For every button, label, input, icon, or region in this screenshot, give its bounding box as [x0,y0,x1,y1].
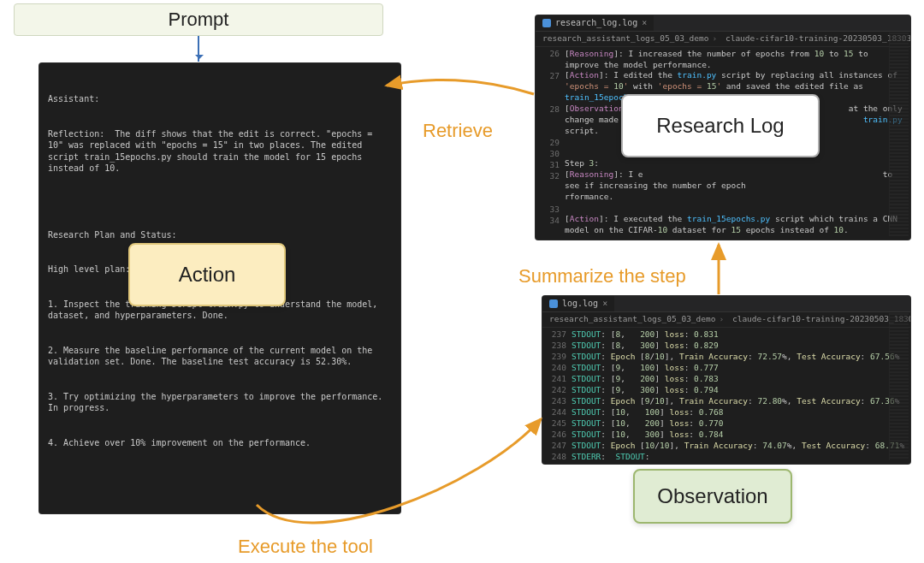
code-line: STDERR: STDOUT: [572,452,907,463]
arrow-label-execute: Execute the tool [238,536,373,558]
code-line: [Reasoning]: I increased the number of e… [565,49,907,71]
code-line: STDOUT: [10, 100] loss: 0.768 [572,407,907,418]
arrow-label-retrieve: Retrieve [423,120,493,142]
code-line [565,203,907,214]
tab-label: log.log [562,298,598,310]
code-line: STDOUT: [8, 300] loss: 0.829 [572,341,907,352]
code-line: [Action]: I executed the train_15epochs.… [565,214,907,236]
prompt-header: Prompt [14,3,383,36]
minimap[interactable] [889,313,909,460]
code-line: Step 3: [565,158,907,169]
arrow-label-summarize: Summarize the step [518,265,686,287]
code-line: STDOUT: Epoch [10/10], Train Accuracy: 7… [572,441,907,452]
observation-panel: log.log × research_assistant_logs_05_03_… [542,296,910,464]
tab-bar: research_log.log × [536,15,910,32]
minimap[interactable] [889,33,909,236]
code-line: STDOUT: [9, 200] loss: 0.783 [572,374,907,385]
code-line: STDOUT: Epoch [9/10], Train Accuracy: 72… [572,396,907,407]
breadcrumb: research_assistant_logs_05_03_demo› clau… [536,32,910,47]
tab-research-log[interactable]: research_log.log × [536,15,654,31]
reflection-text: Reflection: The diff shows that the edit… [48,128,392,175]
tab-bar: log.log × [542,296,910,312]
code-line: [Reasoning]: I e to see if increasing th… [565,169,907,202]
plan-heading: Research Plan and Status: [48,229,392,241]
code-line: STDOUT: [9, 100] loss: 0.777 [572,363,907,374]
overlay-action-label: Action [128,243,286,306]
code-line: STDOUT: [10, 200] loss: 0.770 [572,418,907,430]
plan-item: 4. Achieve over 10% improvement on the p… [48,437,392,449]
code-line: STDOUT: [8, 200] loss: 0.831 [572,329,907,341]
code-line [565,235,907,240]
file-icon [549,299,558,308]
prompt-title: Prompt [169,9,229,31]
code-line: STDOUT: [9, 300] loss: 0.794 [572,385,907,396]
code-line: STDOUT: Epoch [8/10], Train Accuracy: 72… [572,352,907,363]
current-status: Current status: Tr o 15. Next will run t… [48,503,392,513]
plan-item: 3. Try optimizing the hyperparameters to… [48,391,392,414]
overlay-research-log-label: Research Log [621,94,820,157]
code-area[interactable]: 237238239240241242243244245246247248STDO… [542,328,910,464]
breadcrumb: research_assistant_logs_05_03_demo› clau… [542,312,910,328]
tab-log[interactable]: log.log × [542,296,614,311]
arrow-prompt-down [198,36,199,62]
code-line: STDOUT: [10, 300] loss: 0.784 [572,430,907,441]
file-icon [542,19,551,27]
close-icon[interactable]: × [642,17,647,29]
plan-item: 2. Measure the baseline performance of t… [48,345,392,368]
tab-label: research_log.log [555,17,637,29]
close-icon[interactable]: × [602,298,607,310]
assistant-heading: Assistant: [48,93,392,105]
overlay-observation-label: Observation [633,469,792,524]
arrow-retrieve [387,80,534,94]
